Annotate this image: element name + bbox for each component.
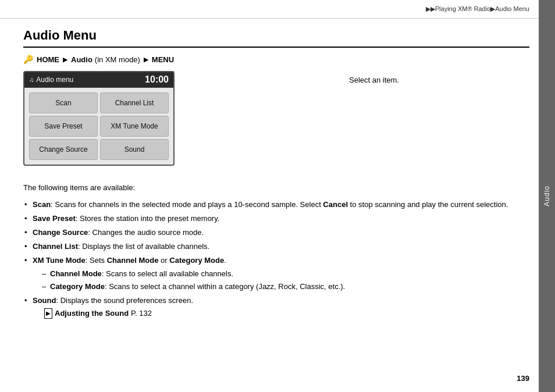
ref-icon: ▶ — [44, 308, 52, 319]
screen-header: ♫ Audio menu 10:00 — [24, 72, 173, 88]
cancel-bold: Cancel — [323, 200, 348, 209]
list-item-xm-tune-mode: XM Tune Mode: Sets Channel Mode or Categ… — [23, 255, 529, 292]
sub-item-category-mode: Category Mode: Scans to select a channel… — [42, 281, 529, 293]
term-channel-mode: Channel Mode — [50, 269, 102, 278]
term-save-preset: Save Preset — [33, 214, 76, 223]
nav-arrow-1: ▶ — [63, 56, 67, 63]
term-xm-tune-mode: XM Tune Mode — [33, 256, 86, 265]
screen-mockup: ♫ Audio menu 10:00 Scan Channel List Sav… — [23, 71, 175, 166]
def-xm-tune-mode-2: . — [224, 256, 226, 265]
screen-header-left: ♫ Audio menu — [29, 76, 73, 84]
def-category-mode: : Scans to select a channel within a cat… — [105, 282, 345, 291]
screen-body: Scan Channel List Save Preset XM Tune Mo… — [24, 88, 173, 165]
screen-btn-sound[interactable]: Sound — [100, 139, 169, 160]
screen-title: Audio menu — [36, 76, 73, 84]
term-change-source: Change Source — [33, 228, 88, 237]
or-text: or — [158, 256, 169, 265]
home-icon: 🔑 — [23, 55, 33, 64]
term-category-mode: Category Mode — [50, 282, 105, 291]
def-channel-list: : Displays the list of available channel… — [78, 242, 209, 251]
screen-time: 10:00 — [145, 74, 169, 85]
nav-audio-label: Audio — [71, 55, 92, 64]
xm-tune-sub-list: Channel Mode: Scans to select all availa… — [33, 268, 529, 293]
list-item-sound: Sound: Displays the sound preferences sc… — [23, 295, 529, 319]
select-item-text: Select an item. — [349, 76, 399, 84]
def-scan-2: to stop scanning and play the current se… — [348, 200, 508, 209]
list-item-scan: Scan: Scans for channels in the selected… — [23, 199, 529, 211]
nav-menu-label: MENU — [152, 55, 174, 64]
screen-btn-channel-list[interactable]: Channel List — [100, 92, 169, 113]
screen-btn-xm-tune-mode[interactable]: XM Tune Mode — [100, 116, 169, 137]
title-divider — [23, 47, 529, 48]
description: The following items are available: Scan:… — [23, 182, 529, 319]
page-title: Audio Menu — [23, 28, 529, 43]
sidebar-label: Audio — [543, 186, 551, 206]
list-item-save-preset: Save Preset: Stores the station into the… — [23, 213, 529, 224]
sidebar: Audio — [539, 0, 555, 392]
nav-mode-text: (in XM mode) — [95, 55, 140, 64]
def-sound: : Displays the sound preferences screen. — [56, 296, 193, 305]
screen-section: ♫ Audio menu 10:00 Scan Channel List Sav… — [23, 71, 529, 173]
screen-btn-save-preset[interactable]: Save Preset — [29, 116, 98, 137]
screen-btn-scan[interactable]: Scan — [29, 92, 98, 113]
ref-page: P. 132 — [131, 308, 152, 319]
screen-container: ♫ Audio menu 10:00 Scan Channel List Sav… — [23, 71, 175, 166]
channel-mode-bold: Channel Mode — [107, 256, 159, 265]
term-scan: Scan — [33, 200, 51, 209]
breadcrumb-text: ▶▶Playing XM® Radio▶Audio Menu — [426, 5, 529, 13]
main-content: Audio Menu 🔑 HOME ▶ Audio (in XM mode) ▶… — [23, 19, 529, 369]
bullet-list: Scan: Scans for channels in the selected… — [23, 199, 529, 319]
sub-item-channel-mode: Channel Mode: Scans to select all availa… — [42, 268, 529, 280]
list-item-channel-list: Channel List: Displays the list of avail… — [23, 241, 529, 252]
term-sound: Sound — [33, 296, 56, 305]
def-xm-tune-mode-1: : Sets — [86, 256, 107, 265]
page-number: 139 — [517, 374, 529, 383]
screen-grid: Scan Channel List Save Preset XM Tune Mo… — [29, 92, 169, 160]
screen-btn-change-source[interactable]: Change Source — [29, 139, 98, 160]
def-channel-mode: : Scans to select all available channels… — [102, 269, 233, 278]
nav-home-label: HOME — [37, 55, 59, 64]
def-change-source: : Changes the audio source mode. — [88, 228, 204, 237]
def-save-preset: : Stores the station into the preset mem… — [76, 214, 220, 223]
nav-arrow-2: ▶ — [144, 56, 148, 63]
description-intro: The following items are available: — [23, 182, 529, 194]
def-scan-1: : Scans for channels in the selected mod… — [51, 200, 323, 209]
ref-link-sound: ▶ Adjusting the Sound P. 132 — [33, 308, 529, 319]
category-mode-bold: Category Mode — [169, 256, 224, 265]
term-channel-list: Channel List — [33, 242, 78, 251]
nav-path: 🔑 HOME ▶ Audio (in XM mode) ▶ MENU — [23, 55, 529, 64]
breadcrumb-bar: ▶▶Playing XM® Radio▶Audio Menu — [0, 0, 539, 19]
music-icon: ♫ — [29, 76, 34, 83]
list-item-change-source: Change Source: Changes the audio source … — [23, 227, 529, 238]
ref-bold-text: Adjusting the Sound — [55, 308, 129, 319]
